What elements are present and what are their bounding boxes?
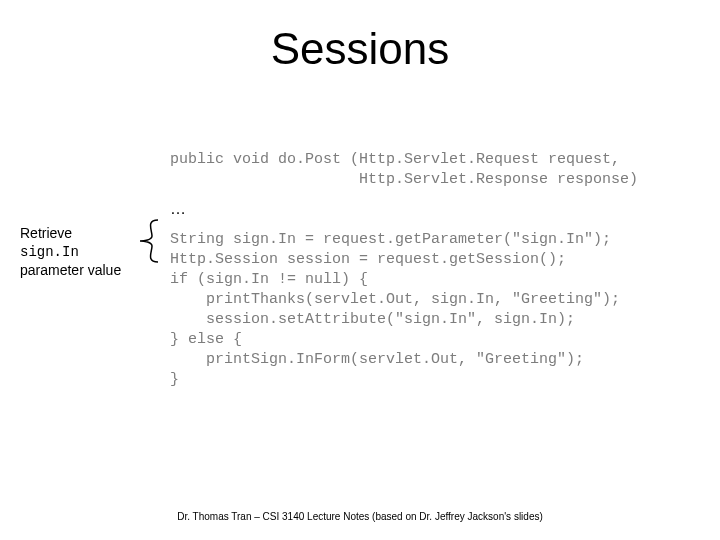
code-line: String sign.In = request.getParameter("s… <box>170 231 611 248</box>
annotation-line: sign.In <box>20 244 79 260</box>
code-line: Http.Session session = request.getSessio… <box>170 251 566 268</box>
code-line: if (sign.In != null) { <box>170 271 368 288</box>
slide-title: Sessions <box>0 24 720 74</box>
code-line: } else { <box>170 331 242 348</box>
slide-footer: Dr. Thomas Tran – CSI 3140 Lecture Notes… <box>0 511 720 522</box>
annotation-label: Retrieve sign.In parameter value <box>20 224 121 279</box>
code-line: public void do.Post (Http.Servlet.Reques… <box>170 151 620 168</box>
ellipsis: … <box>170 200 186 218</box>
code-line: printThanks(servlet.Out, sign.In, "Greet… <box>170 291 620 308</box>
code-line: printSign.InForm(servlet.Out, "Greeting"… <box>170 351 584 368</box>
code-line: } <box>170 371 179 388</box>
annotation-line: Retrieve <box>20 225 72 241</box>
code-line: session.setAttribute("sign.In", sign.In)… <box>170 311 575 328</box>
code-block: public void do.Post (Http.Servlet.Reques… <box>170 150 638 390</box>
code-line: Http.Servlet.Response response) <box>170 171 638 188</box>
brace-icon <box>136 218 164 264</box>
annotation-line: parameter value <box>20 262 121 278</box>
